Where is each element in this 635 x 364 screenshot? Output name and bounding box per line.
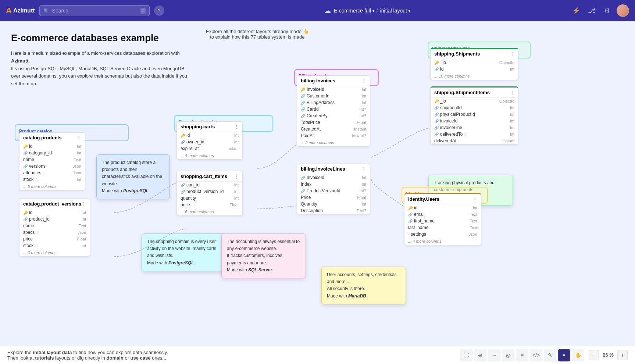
table-row: deliveredAt Instant xyxy=(431,138,518,144)
table-menu-icon[interactable]: ⋮ xyxy=(510,90,514,95)
cursor-button[interactable]: ✦ xyxy=(558,349,570,361)
table-menu-icon[interactable]: ⋮ xyxy=(81,201,86,207)
table-row: stock◌ Int xyxy=(19,242,90,249)
separator: / xyxy=(377,8,378,14)
table-name: shopping.cart_items xyxy=(181,174,227,179)
key-icon: 🔑 xyxy=(434,61,439,65)
shopping-carts-table: shopping.carts ⋮ 🔑id Int 🔗owner_id Int e… xyxy=(176,121,243,160)
table-card-header: shopping.cart_items ⋮ xyxy=(177,171,242,182)
table-row: 🔑id Int xyxy=(19,209,90,216)
table-card-header: shipping.Shipments ⋮ xyxy=(431,49,518,59)
key-icon: 🔑 xyxy=(181,133,185,138)
use-case-link[interactable]: use case xyxy=(131,355,151,361)
table-name: shipping.Shipments xyxy=(434,51,480,57)
table-menu-icon[interactable]: ⋮ xyxy=(361,78,366,83)
more-columns: ... 4 more columns xyxy=(404,238,481,245)
project-name[interactable]: E-commerce full xyxy=(334,8,374,14)
tutorials-link[interactable]: tutorials xyxy=(35,355,54,361)
hand-button[interactable]: ✋ xyxy=(572,349,584,361)
layout-name[interactable]: initial layout xyxy=(380,8,410,14)
table-row: 🔑id Int xyxy=(19,143,85,150)
lightning-icon[interactable]: ⚡ xyxy=(570,5,582,17)
shopping-domain: Shopping domain shopping.carts ⋮ 🔑id Int… xyxy=(174,115,273,132)
help-button[interactable]: ? xyxy=(154,6,164,16)
avatar[interactable] xyxy=(617,4,629,17)
table-row: 🔑InvoiceId Int xyxy=(297,86,370,93)
table-card-header: identity.Users ⋮ xyxy=(404,194,481,204)
table-row: 🔗versions Json xyxy=(19,163,85,169)
table-name: catalog.products xyxy=(23,135,62,140)
edit-button[interactable]: ✎ xyxy=(544,349,556,361)
table-menu-icon[interactable]: ⋮ xyxy=(472,196,477,202)
settings-icon[interactable]: ⚙ xyxy=(601,5,613,17)
link-icon: 🔗 xyxy=(434,113,439,117)
code-button[interactable]: </> xyxy=(530,349,542,361)
add-button[interactable]: ⊕ xyxy=(474,349,486,361)
table-row: CreatedAt Instant xyxy=(297,126,370,132)
target-button[interactable]: ◎ xyxy=(502,349,514,361)
initial-layout-link[interactable]: initial layout data xyxy=(33,350,72,355)
link-icon: 🔗 xyxy=(434,126,439,130)
search-input[interactable] xyxy=(52,8,138,14)
link-icon: 🔗 xyxy=(408,213,413,217)
sidebar-content: E-commerce databases example Here is a m… xyxy=(11,32,188,88)
link-icon: 🔗 xyxy=(434,132,439,136)
tooltip-text: The accounting is always essential to an… xyxy=(227,239,300,272)
table-row: attributes◌ Json xyxy=(19,169,85,176)
table-row: ›settings Json xyxy=(404,231,481,238)
list-button[interactable]: ≡ xyxy=(516,349,528,361)
table-card: identity.Users ⋮ 🔑id Int 🔗email Text 🔗fi… xyxy=(404,193,481,245)
shopping-cart-items-table: shopping.cart_items ⋮ 🔗cart_id Int 🔗prod… xyxy=(176,171,243,216)
table-card: billing.InvoiceLines ⋮ 🔗InvoiceId Int In… xyxy=(297,164,370,214)
key-icon: 🔑 xyxy=(301,88,305,92)
table-row: 🔗physicalProductId Int xyxy=(431,111,518,118)
header: A Azimutt 🔍 / ? ☁ E-commerce full / init… xyxy=(0,0,635,21)
table-menu-icon[interactable]: ⋮ xyxy=(234,174,239,179)
fullscreen-button[interactable]: ⛶ xyxy=(460,349,472,361)
table-card: catalog.products ⋮ 🔑id Int 🔗category_id … xyxy=(19,132,85,190)
shipment-domain: Shipment tracking shipping.Shipments ⋮ 🔑… xyxy=(428,42,531,58)
search-bar[interactable]: 🔍 / xyxy=(39,5,150,16)
page-title: E-commerce databases example xyxy=(11,32,188,44)
table-menu-icon[interactable]: ⋮ xyxy=(361,166,366,172)
table-menu-icon[interactable]: ⋮ xyxy=(234,124,239,129)
table-card-header: billing.InvoiceLines ⋮ xyxy=(297,164,370,174)
table-row: expire_at Instant xyxy=(177,145,242,152)
billing-invoices-table: billing.Invoices ⋮ 🔑InvoiceId Int 🔗Custo… xyxy=(297,75,370,147)
explore-line1: Explore all the different layouts alread… xyxy=(206,29,309,34)
bottom-text: Explore the initial layout data to find … xyxy=(7,350,168,361)
billing-domain: Billing domain billing.Invoices ⋮ 🔑Invoi… xyxy=(294,69,379,86)
more-columns: ... 6 more columns xyxy=(177,208,242,215)
table-menu-icon[interactable]: ⋮ xyxy=(510,51,514,57)
table-row: 🔑_io ObjectId xyxy=(431,59,518,66)
table-menu-icon[interactable]: ⋮ xyxy=(76,135,81,140)
zoom-in-button[interactable]: + xyxy=(617,350,628,360)
table-row: 🔗email Text xyxy=(404,211,481,218)
key-icon: 🔑 xyxy=(23,211,28,215)
link-icon: 🔗 xyxy=(181,140,185,144)
tooltip-shopping: The shopping domain is every user activi… xyxy=(142,233,226,271)
bottom-bar: Explore the initial layout data to find … xyxy=(0,346,635,364)
table-row: TotalPrice Float xyxy=(297,119,370,126)
cloud-icon: ☁ xyxy=(324,7,331,15)
share-icon[interactable]: ⎇ xyxy=(586,5,597,17)
table-row: 🔗BillingAddress Int xyxy=(297,99,370,106)
navigate-button[interactable]: → xyxy=(488,349,500,361)
logo-dot: A xyxy=(6,6,12,15)
table-name: catalog.product_versions xyxy=(23,201,81,207)
table-row: 🔗product_version_id Int xyxy=(177,188,242,195)
explore-banner: Explore all the different layouts alread… xyxy=(206,29,309,40)
domain-link[interactable]: domain xyxy=(107,355,124,361)
zoom-display: − 86 % + xyxy=(589,350,628,360)
table-row: 🔗category_id Int xyxy=(19,150,85,156)
table-row: 🔗owner_id Int xyxy=(177,139,242,145)
header-actions: ⚡ ⎇ ⚙ xyxy=(570,4,629,17)
key-icon: 🔑 xyxy=(23,144,28,149)
logo[interactable]: A Azimutt xyxy=(6,6,35,15)
zoom-out-button[interactable]: − xyxy=(589,350,599,360)
logo-text: Azimutt xyxy=(13,7,35,14)
table-row: 🔗shipmentId Int xyxy=(431,104,518,111)
table-card: shipping.ShipmentItems ⋮ 🔑_io ObjectId 🔗… xyxy=(430,86,518,144)
table-card: shipping.Shipments ⋮ 🔑_io ObjectId 🔗id I… xyxy=(430,48,518,80)
identity-domain: Identity identity.Users ⋮ 🔑id Int 🔗email… xyxy=(402,187,488,204)
